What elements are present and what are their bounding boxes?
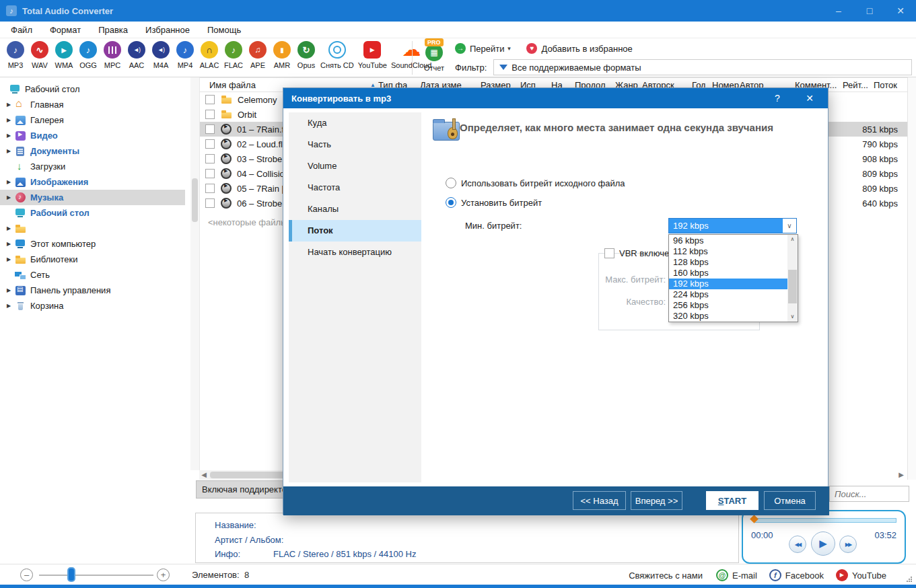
go-button[interactable]: Перейти (470, 44, 505, 54)
expander-icon[interactable]: ▶ (7, 256, 15, 262)
menu-item[interactable]: Файл (11, 25, 32, 35)
expander-icon[interactable]: ▶ (7, 287, 15, 293)
min-bitrate-select[interactable]: 192 kbps ∨ (668, 218, 797, 233)
tree-item[interactable]: ▶ Этот компьютер (0, 236, 185, 252)
tree-item[interactable]: ▶ Рабочий стол (0, 205, 185, 221)
bitrate-option[interactable]: 96 kbps (669, 235, 787, 246)
column-header[interactable]: Имя файла (209, 80, 256, 90)
facebook-icon[interactable]: f (769, 569, 781, 581)
maximize-button[interactable]: □ (854, 0, 885, 22)
chevron-down-icon[interactable]: ▼ (507, 46, 512, 52)
tree-item[interactable]: ▶ Панель управления (0, 283, 185, 298)
youtube-icon[interactable]: ▶ (836, 569, 848, 581)
format-button[interactable]: AMR (272, 41, 292, 69)
dialog-nav-item[interactable]: Каналы (289, 198, 421, 220)
dialog-close-button[interactable]: ✕ (800, 88, 820, 108)
format-button[interactable]: APE (248, 41, 268, 69)
format-button[interactable]: WAV (30, 41, 50, 69)
search-input[interactable] (829, 486, 909, 502)
expander-icon[interactable]: ▶ (7, 179, 15, 185)
format-button[interactable]: AAC (127, 41, 147, 69)
facebook-link[interactable]: Facebook (785, 571, 824, 581)
tree-item[interactable]: ▶ (0, 221, 185, 236)
expander-icon[interactable]: ▶ (7, 102, 15, 108)
chevron-down-icon[interactable]: ∨ (783, 219, 796, 233)
format-button[interactable]: MP3 (5, 41, 26, 69)
expander-icon[interactable]: ▶ (7, 117, 15, 123)
menu-item[interactable]: Формат (50, 25, 81, 35)
filter-field[interactable] (493, 59, 912, 75)
bitrate-option[interactable]: 128 kbps (669, 257, 787, 268)
next-button[interactable]: Вперед >> (631, 491, 682, 510)
expander-icon[interactable]: ▶ (7, 194, 15, 200)
row-checkbox[interactable] (205, 169, 215, 178)
vbr-label[interactable]: VBR включен (619, 248, 674, 258)
scroll-right-arrow[interactable]: ▶ (896, 470, 906, 480)
bitrate-option[interactable]: 112 kbps (669, 246, 787, 257)
vertical-scrollbar[interactable] (907, 77, 916, 480)
cancel-button[interactable]: Отмена (764, 491, 816, 510)
radio-use-source-bitrate[interactable] (446, 178, 456, 188)
filter-input[interactable] (512, 63, 911, 73)
radio-use-source-label[interactable]: Использовать битрейт исходного файла (461, 178, 625, 188)
vbr-checkbox[interactable] (604, 248, 614, 258)
email-icon[interactable]: @ (716, 569, 728, 581)
report-button[interactable]: PRO Отчет (418, 44, 450, 72)
forward-button[interactable]: ▶▶ (839, 536, 857, 553)
tree-item[interactable]: ▶ Изображения (0, 174, 185, 190)
tree-item[interactable]: ▶ Документы (0, 143, 185, 159)
menu-item[interactable]: Помощь (207, 25, 241, 35)
play-button[interactable]: ▶ (811, 531, 835, 556)
tree-item[interactable]: ▶ Загрузки (0, 159, 185, 174)
radio-set-label[interactable]: Установить битрейт (461, 198, 542, 208)
radio-set-bitrate[interactable] (446, 197, 456, 208)
format-button[interactable]: FLAC (223, 41, 244, 69)
menu-item[interactable]: Правка (98, 25, 128, 35)
row-checkbox[interactable] (205, 184, 215, 193)
bitrate-option[interactable]: 256 kbps (669, 300, 787, 311)
email-link[interactable]: E-mail (732, 571, 757, 581)
tree-item[interactable]: ▶ Библиотеки (0, 252, 185, 267)
scroll-down-icon[interactable]: ∨ (787, 312, 798, 322)
format-button[interactable]: Opus (296, 41, 316, 69)
format-button[interactable]: MP4 (175, 41, 195, 69)
expander-icon[interactable]: ▶ (7, 303, 15, 309)
column-header[interactable]: Поток (874, 80, 897, 90)
zoom-slider-thumb[interactable] (67, 567, 75, 582)
rewind-button[interactable]: ◀◀ (789, 536, 806, 553)
zoom-out-button[interactable]: – (20, 568, 33, 581)
format-button[interactable]: OGG (78, 41, 98, 69)
scroll-up-icon[interactable]: ∧ (787, 235, 798, 244)
dialog-help-button[interactable]: ? (767, 88, 787, 108)
dialog-nav-item[interactable]: Куда (289, 112, 421, 134)
tree-item[interactable]: ▶ Корзина (0, 298, 185, 314)
zoom-in-button[interactable]: + (157, 568, 170, 581)
zoom-slider-track[interactable] (39, 575, 153, 576)
include-subdirs-button[interactable]: Включая поддиректор (196, 480, 285, 499)
tree-item[interactable]: ▶ Рабочий стол (0, 81, 185, 97)
scroll-left-arrow[interactable]: ◀ (199, 470, 209, 480)
tree-item[interactable]: ▶ Музыка (0, 190, 185, 205)
tree-item[interactable]: ▶ Главная (0, 97, 185, 112)
format-button[interactable]: ALAC (199, 41, 219, 69)
row-checkbox[interactable] (205, 110, 215, 119)
back-button[interactable]: << Назад (573, 491, 626, 510)
expander-icon[interactable]: ▶ (7, 225, 15, 231)
expander-icon[interactable]: ▶ (7, 133, 15, 139)
tree-item[interactable]: ▶ Видео (0, 128, 185, 143)
menu-item[interactable]: Избранное (145, 25, 190, 35)
expander-icon[interactable]: ▶ (7, 241, 15, 247)
bitrate-option[interactable]: 160 kbps (669, 268, 787, 279)
bitrate-option[interactable]: 320 kbps (669, 311, 787, 322)
dropdown-scrollbar[interactable]: ∧ ∨ (787, 235, 798, 322)
bitrate-option[interactable]: 224 kbps (669, 289, 787, 300)
dialog-nav-item[interactable]: Поток (289, 220, 421, 242)
bitrate-option[interactable]: 192 kbps (669, 279, 787, 289)
format-button[interactable]: MPC (102, 41, 122, 69)
youtube-link[interactable]: YouTube (852, 571, 886, 581)
format-button[interactable]: WMA (54, 41, 74, 69)
tree-item[interactable]: ▶ Сеть (0, 267, 185, 283)
close-button[interactable]: ✕ (885, 0, 916, 22)
row-checkbox[interactable] (205, 124, 215, 134)
minimize-button[interactable]: – (823, 0, 854, 22)
